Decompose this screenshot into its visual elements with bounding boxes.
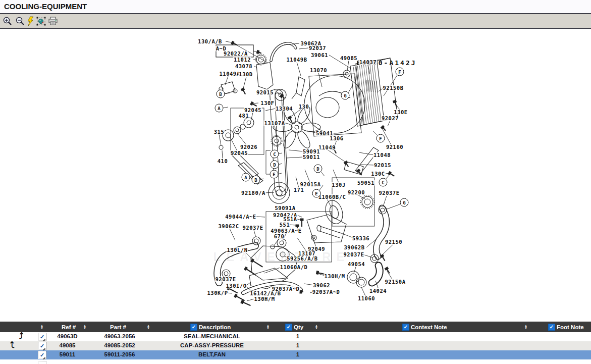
part-label: 481 bbox=[238, 113, 249, 119]
part-label: 92037 bbox=[308, 45, 327, 51]
navigate-forward-arrow[interactable]: ⤴ bbox=[19, 331, 24, 341]
column-header-ref[interactable]: Ref # bbox=[56, 322, 82, 332]
navigate-back-arrow[interactable]: ⤴ bbox=[10, 340, 15, 350]
part-label: 14024 bbox=[369, 288, 387, 294]
qty-cell: 1 bbox=[283, 342, 313, 349]
page-title: COOLING-EQUIPMENT bbox=[4, 2, 87, 11]
toolbar bbox=[0, 14, 591, 29]
sort-icon[interactable]: ▲▼ bbox=[313, 322, 320, 332]
part-cell: 59011-2056 bbox=[89, 351, 150, 358]
column-header-part[interactable]: Part # bbox=[104, 322, 132, 332]
table-row[interactable]: ✓5901159011-2056BELT,FAN1 bbox=[0, 350, 591, 359]
part-label: 39061 bbox=[310, 53, 329, 58]
part-label: 59336 bbox=[352, 236, 370, 241]
sort-icon[interactable]: ▲▼ bbox=[145, 322, 152, 332]
part-label: 130F bbox=[260, 100, 275, 106]
part-label: 670 bbox=[274, 234, 285, 239]
part-label: 43078 bbox=[235, 64, 253, 69]
context-note-checkbox[interactable]: ✓ bbox=[402, 324, 409, 331]
part-label: 13070 bbox=[309, 68, 328, 73]
part-label: 13304 bbox=[275, 106, 293, 112]
part-label: 11060B/C bbox=[318, 194, 347, 200]
flash-update-icon bbox=[26, 16, 36, 26]
sort-icon[interactable]: ▲▼ bbox=[38, 322, 45, 332]
ref-cell: 59011 bbox=[38, 351, 96, 358]
zoom-out-button[interactable] bbox=[15, 16, 25, 26]
part-label: 92160 bbox=[386, 144, 404, 150]
part-label: 130C bbox=[370, 171, 385, 177]
sort-icon[interactable]: ▲▼ bbox=[522, 322, 529, 332]
qty-checkbox[interactable]: ✓ bbox=[285, 324, 292, 331]
part-label: 92027 bbox=[381, 116, 399, 121]
edit-check-icon[interactable] bbox=[38, 361, 46, 364]
callout-circle: E bbox=[270, 170, 279, 179]
part-label: 11048 bbox=[373, 152, 391, 158]
part-label: 92037E bbox=[242, 225, 264, 231]
part-label: 14037 bbox=[359, 60, 377, 65]
part-label: 315 bbox=[213, 129, 225, 135]
parts-table-header: ▲▼ Ref # ▲▼ Part # ▲▼ ✓ Description ▲▼ ✓… bbox=[0, 322, 591, 332]
zoom-in-button[interactable] bbox=[3, 16, 13, 26]
part-label: 11049B bbox=[286, 57, 308, 63]
part-label: 92022/A bbox=[223, 51, 248, 57]
part-label: 49054 bbox=[347, 262, 365, 267]
print-button[interactable] bbox=[48, 16, 58, 26]
callout-circle: A bbox=[215, 104, 224, 113]
part-label: 130E bbox=[393, 110, 408, 115]
description-cell: CAP-ASSY-PRESSURE bbox=[151, 342, 273, 349]
callout-circle: D bbox=[271, 161, 279, 169]
part-label: 92026 bbox=[240, 144, 258, 150]
part-label: 11060A/D bbox=[280, 265, 308, 270]
part-label: 130K/P bbox=[207, 290, 229, 296]
part-label: 92015 bbox=[256, 90, 274, 95]
column-header-qty[interactable]: ✓ Qty bbox=[285, 322, 303, 332]
part-label: 92180/A bbox=[241, 190, 266, 196]
zoom-in-icon bbox=[3, 16, 13, 26]
callout-circle: A bbox=[242, 173, 250, 182]
callout-circle: B bbox=[217, 90, 225, 98]
part-label: 92037A~D bbox=[272, 286, 300, 292]
parts-catalog-window: COOLING-EQUIPMENT bbox=[0, 0, 591, 364]
hotspot-select-button[interactable] bbox=[36, 16, 46, 26]
ref-cell: 49085 bbox=[38, 342, 96, 349]
part-label: 11049 bbox=[318, 145, 336, 150]
table-row[interactable]: ⤴✓4908549085-2052CAP-ASSY-PRESSURE1 bbox=[0, 341, 591, 350]
part-label: 130I/O bbox=[226, 283, 247, 289]
table-row[interactable]: ⤴✓49063D49063-2056SEAL-MECHANICAL1 bbox=[0, 332, 591, 341]
part-label: 59256/A/B bbox=[286, 256, 318, 262]
callout-circle: D bbox=[314, 165, 323, 173]
callout-circle: F bbox=[377, 134, 385, 143]
exploded-diagram-canvas[interactable]: E0150-A142J LEAVENTURE 130/A/BA~D92022/A… bbox=[0, 29, 591, 322]
description-cell: SEAL-MECHANICAL bbox=[151, 333, 273, 340]
part-label: 130 bbox=[298, 104, 309, 110]
column-header-context-note[interactable]: ✓ Context Note bbox=[402, 322, 447, 332]
part-label: 92015 bbox=[373, 163, 392, 168]
part-label: 130H/M bbox=[254, 296, 276, 302]
column-header-foot-note[interactable]: ✓ Foot Note bbox=[548, 322, 584, 332]
print-icon bbox=[48, 16, 58, 26]
part-label: 410 bbox=[217, 159, 228, 164]
part-label: 130/A/B bbox=[197, 39, 223, 44]
part-label: 11060 bbox=[357, 296, 375, 301]
flash-update-button[interactable] bbox=[26, 16, 36, 26]
part-label: 130D bbox=[238, 72, 253, 77]
part-label: 130G bbox=[329, 136, 344, 141]
sort-icon[interactable]: ▲▼ bbox=[81, 322, 88, 332]
part-label: 171 bbox=[293, 187, 304, 193]
column-header-description[interactable]: ✓ Description bbox=[190, 322, 231, 332]
part-cell: 49063-2056 bbox=[89, 333, 150, 340]
part-label: 39062 bbox=[312, 283, 331, 288]
part-label: 92150 bbox=[385, 239, 403, 245]
part-label: 130L/N bbox=[227, 247, 248, 253]
part-label: 11012 bbox=[233, 57, 251, 63]
qty-cell: 1 bbox=[283, 351, 313, 358]
callout-circle: G bbox=[341, 91, 350, 100]
part-cell: 49085-2052 bbox=[89, 342, 150, 349]
description-checkbox[interactable]: ✓ bbox=[190, 324, 197, 331]
title-bar: COOLING-EQUIPMENT bbox=[0, 0, 591, 14]
sort-icon[interactable]: ▲▼ bbox=[264, 322, 272, 332]
foot-note-checkbox[interactable]: ✓ bbox=[548, 324, 555, 331]
part-label: 59051 bbox=[357, 180, 375, 186]
table-row-partial[interactable] bbox=[0, 359, 591, 364]
part-label: 92150A bbox=[385, 279, 406, 285]
